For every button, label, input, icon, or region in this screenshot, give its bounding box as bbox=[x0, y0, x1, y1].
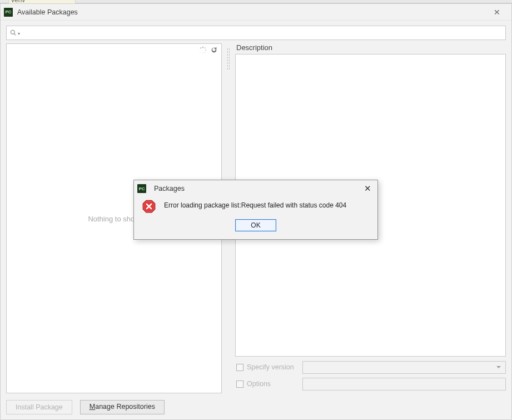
options-checkbox[interactable] bbox=[236, 381, 243, 388]
error-dialog-title: Packages bbox=[154, 185, 361, 192]
search-field-container: ▾ bbox=[6, 26, 506, 40]
loading-spinner-icon bbox=[199, 46, 207, 54]
dialog-footer: Install Package Manage Repositories bbox=[1, 394, 511, 419]
svg-point-8 bbox=[200, 50, 200, 50]
options-textfield[interactable] bbox=[302, 378, 506, 391]
svg-point-5 bbox=[205, 52, 206, 53]
svg-point-3 bbox=[205, 47, 206, 48]
svg-point-7 bbox=[201, 52, 201, 52]
refresh-icon[interactable] bbox=[210, 46, 218, 54]
options-area: Specify version Options bbox=[235, 360, 506, 393]
specify-version-combobox[interactable] bbox=[302, 361, 506, 374]
splitter-grip-icon bbox=[227, 48, 230, 70]
specify-version-checkbox[interactable] bbox=[236, 364, 243, 371]
error-icon bbox=[142, 199, 156, 214]
error-message: Error loading package list:Request faile… bbox=[164, 199, 346, 209]
options-label: Options bbox=[247, 380, 302, 388]
pycharm-icon: PC bbox=[4, 8, 13, 17]
specify-version-row: Specify version bbox=[235, 360, 506, 374]
install-package-button: Install Package bbox=[6, 400, 72, 414]
close-icon[interactable]: ✕ bbox=[361, 184, 374, 194]
specify-version-label: Specify version bbox=[247, 363, 302, 371]
svg-line-1 bbox=[14, 33, 16, 35]
search-icon bbox=[10, 29, 17, 36]
svg-point-9 bbox=[200, 47, 201, 48]
manage-repositories-button[interactable]: Manage Repositories bbox=[80, 400, 165, 414]
pycharm-icon: PC bbox=[137, 184, 146, 193]
svg-point-4 bbox=[205, 50, 206, 51]
close-icon[interactable]: ✕ bbox=[486, 8, 508, 17]
search-input[interactable] bbox=[22, 29, 502, 37]
options-row: Options bbox=[235, 377, 506, 391]
ok-button[interactable]: OK bbox=[235, 219, 276, 231]
svg-point-2 bbox=[202, 47, 203, 48]
error-dialog: PC Packages ✕ Error loading package list… bbox=[133, 180, 378, 240]
search-options-chevron-icon[interactable]: ▾ bbox=[18, 31, 20, 36]
description-label: Description bbox=[236, 43, 506, 52]
error-dialog-footer: OK bbox=[134, 216, 377, 231]
error-dialog-titlebar: PC Packages ✕ bbox=[134, 180, 377, 197]
svg-point-0 bbox=[11, 30, 14, 34]
dialog-title: Available Packages bbox=[17, 8, 486, 16]
error-dialog-body: Error loading package list:Request faile… bbox=[134, 197, 377, 216]
dialog-titlebar: PC Available Packages ✕ bbox=[1, 4, 511, 21]
svg-point-6 bbox=[202, 53, 203, 53]
